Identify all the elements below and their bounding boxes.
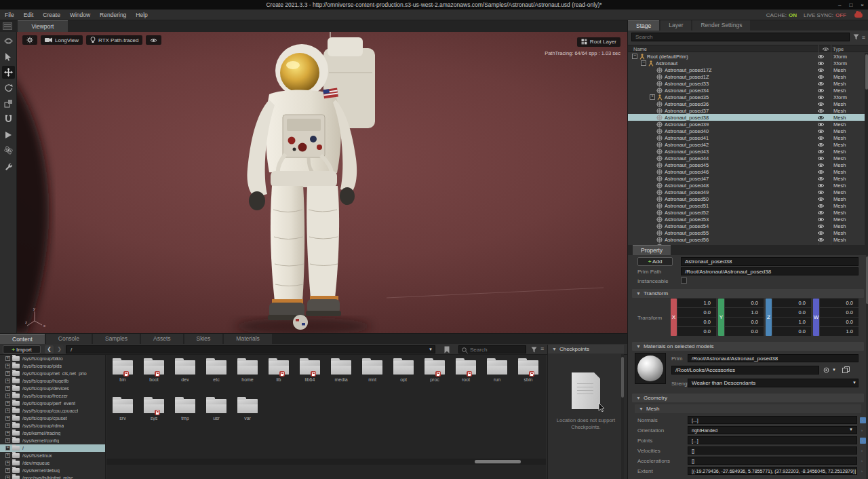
material-path-field[interactable]: /Root/Looks/Accessories	[671, 366, 819, 375]
folder-tile[interactable]: boot	[138, 359, 170, 398]
stage-tree-row[interactable]: Astronaut_posed40 Mesh	[628, 128, 865, 134]
menu-item[interactable]: Edit	[19, 9, 39, 20]
folder-tile[interactable]: run	[481, 359, 513, 398]
expand-toggle-icon[interactable]	[5, 416, 10, 421]
filesystem-tree-row[interactable]: /sys/fs/cgroup/freezer	[0, 392, 105, 400]
prim-path-field[interactable]: /Root/Astronaut/Astronaut_posed38	[681, 267, 859, 275]
matrix-value[interactable]: 0.0	[772, 327, 811, 336]
minimize-button[interactable]: –	[838, 2, 841, 8]
stage-tree-row[interactable]: Astronaut_posed56 Mesh	[628, 236, 865, 243]
folder-tile[interactable]: opt	[388, 359, 419, 398]
folder-tile[interactable]: var	[232, 398, 263, 436]
matrix-value[interactable]: 0.0	[677, 318, 716, 326]
renderer-selector[interactable]: RTX Path-traced	[86, 35, 142, 45]
add-property-button[interactable]: + Add	[637, 257, 673, 266]
stage-tree-row[interactable]: Astronaut_posed53 Mesh	[628, 216, 865, 223]
tab-assets[interactable]: Assets	[141, 334, 183, 344]
matrix-value[interactable]: 0.0	[725, 327, 764, 336]
filesystem-tree-row[interactable]: /sys/kernel/debug	[0, 467, 105, 474]
expand-toggle-icon[interactable]	[5, 379, 10, 383]
visibility-toggle[interactable]	[812, 122, 829, 127]
expand-toggle-icon[interactable]	[5, 453, 10, 458]
matrix-value[interactable]: 0.0	[725, 318, 764, 326]
visibility-toggle[interactable]	[812, 204, 829, 208]
filesystem-tree-row[interactable]: /sys/fs/selinux	[0, 452, 105, 459]
tab-property[interactable]: Property	[633, 245, 671, 255]
strength-dropdown-icon[interactable]: ▼	[852, 381, 856, 385]
visibility-toggle[interactable]	[812, 170, 829, 174]
tool-wrench-icon[interactable]	[2, 159, 15, 172]
stage-tree-row[interactable]: Astronaut_posed46 Mesh	[628, 168, 865, 175]
folder-tile[interactable]: root	[450, 359, 481, 398]
expand-toggle-icon[interactable]	[5, 356, 10, 361]
menu-item[interactable]: Rendering	[95, 9, 131, 20]
list-options-icon[interactable]: ≡	[862, 34, 865, 41]
stage-tree-row[interactable]: Astronaut_posed54 Mesh	[628, 223, 865, 229]
field-expand-icon[interactable]: ›	[861, 428, 863, 432]
back-button[interactable]: ❮	[45, 345, 54, 353]
rotate-icon[interactable]	[2, 81, 15, 94]
folder-tile[interactable]: sys	[138, 398, 170, 436]
matrix-value[interactable]: 0.0	[677, 308, 716, 317]
folder-tile[interactable]: home	[232, 359, 263, 398]
tab-console[interactable]: Console	[46, 334, 92, 344]
filesystem-tree-row[interactable]: /proc/sys/fs/binfmt_misc	[0, 474, 105, 479]
matrix-value[interactable]: 0.0	[725, 299, 764, 307]
filesystem-tree-row[interactable]: /sys/fs/cgroup/pids	[0, 362, 105, 370]
content-list-icon[interactable]: ≡	[540, 345, 544, 352]
folder-tile[interactable]: srv	[107, 398, 138, 436]
material-prim-field[interactable]: /Root/Astronaut/Astronaut_posed38	[688, 354, 859, 362]
maximize-button[interactable]: □	[849, 2, 852, 8]
content-search-input[interactable]: Search	[458, 345, 526, 353]
orbit-icon[interactable]	[2, 35, 15, 47]
path-dropdown-icon[interactable]: ▼	[429, 347, 433, 351]
matrix-value[interactable]: 1.0	[725, 308, 764, 317]
filesystem-tree-row[interactable]: /sys/fs/cgroup/devices	[0, 385, 105, 392]
expand-toggle-icon[interactable]	[5, 371, 10, 376]
matrix-value[interactable]: 0.0	[677, 327, 716, 336]
stage-tree-row[interactable]: Astronaut_posed48 Mesh	[628, 182, 865, 189]
snap-icon[interactable]	[2, 113, 15, 126]
field-expand-icon[interactable]: ›	[861, 469, 863, 473]
viewport-settings-button[interactable]	[22, 35, 37, 45]
stage-tree-row[interactable]: Astronaut_posed50 Mesh	[628, 195, 865, 202]
visibility-toggle[interactable]	[812, 190, 829, 195]
folder-tile[interactable]: proc	[419, 359, 450, 398]
expand-toggle-icon[interactable]	[5, 408, 10, 413]
field-value[interactable]: [...]	[688, 436, 857, 444]
stage-scrollbar[interactable]	[865, 53, 868, 250]
field-value[interactable]: [...]	[688, 416, 857, 424]
field-value[interactable]: []	[688, 446, 857, 455]
folder-tile[interactable]: lib64	[294, 359, 326, 398]
matrix-value[interactable]: 0.0	[820, 299, 859, 307]
folder-tile[interactable]: mnt	[357, 359, 388, 398]
visibility-toggle[interactable]	[812, 129, 829, 134]
folder-tile[interactable]: bin	[107, 359, 138, 398]
field-value[interactable]: [(-19.279436, -27.684936, 5.7855771), (3…	[688, 467, 857, 475]
filesystem-tree-row[interactable]: /sys/fs/cgroup/cpu,cpuacct	[0, 407, 105, 415]
matrix-value[interactable]: 1.0	[772, 318, 811, 326]
expand-toggle-icon[interactable]	[5, 394, 10, 398]
visibility-toggle[interactable]	[812, 95, 829, 100]
stage-tree-row[interactable]: Astronaut_posed38 Mesh	[628, 114, 865, 121]
folder-tile[interactable]: dev	[170, 359, 201, 398]
stage-tree-row[interactable]: Astronaut_posed1Z Mesh	[628, 73, 865, 80]
matrix-value[interactable]: 1.0	[820, 327, 859, 336]
matrix-value[interactable]: 0.0	[820, 308, 859, 317]
visibility-toggle[interactable]	[812, 75, 829, 79]
content-hscrollbar[interactable]	[106, 459, 546, 465]
field-expand-icon[interactable]: ›	[861, 418, 863, 422]
visibility-toggle[interactable]	[812, 61, 829, 66]
materials-section-header[interactable]: ▼Materials on selected models	[632, 342, 864, 351]
stage-tree-row[interactable]: Astronaut_posed35 Xform	[628, 94, 865, 100]
matrix-value[interactable]: 0.0	[772, 308, 811, 317]
physics-icon[interactable]	[2, 144, 15, 157]
import-button[interactable]: + Import	[3, 345, 41, 353]
field-value[interactable]: rightHanded	[688, 426, 857, 434]
stage-tree-row[interactable]: Astronaut_posed39 Mesh	[628, 121, 865, 128]
visibility-toggle[interactable]	[812, 237, 829, 242]
play-icon[interactable]	[2, 128, 15, 141]
filter-icon[interactable]	[853, 34, 859, 40]
expand-toggle-icon[interactable]	[5, 423, 10, 428]
expand-toggle-icon[interactable]	[5, 386, 10, 391]
